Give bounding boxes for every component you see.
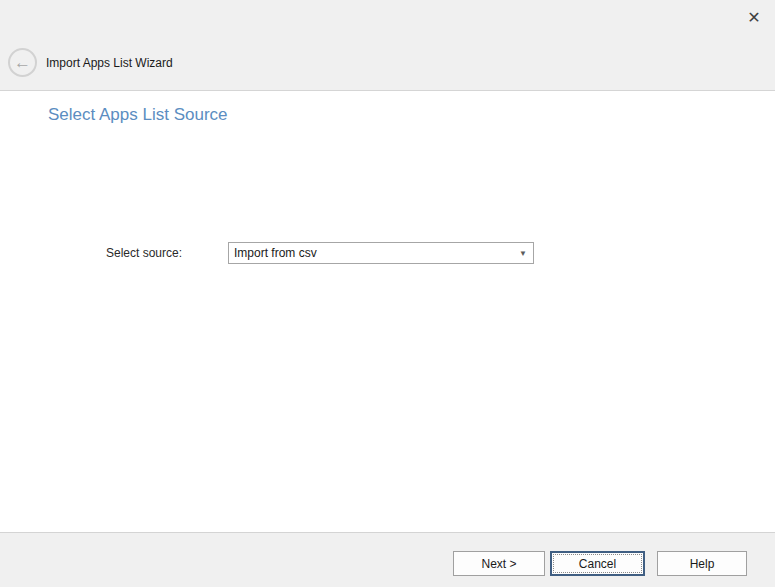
back-arrow-icon: ← [14,54,31,71]
next-button[interactable]: Next > [453,551,545,576]
cancel-button[interactable]: Cancel [550,551,645,576]
source-combobox-value: Import from csv [229,246,515,260]
wizard-content: Select Apps List Source Select source: I… [0,92,775,532]
select-source-label: Select source: [96,246,182,260]
help-button[interactable]: Help [657,551,747,576]
page-title: Select Apps List Source [48,105,228,125]
wizard-footer: Next > Cancel Help [0,532,775,587]
source-combobox[interactable]: Import from csv ▼ [228,242,534,264]
close-icon: ✕ [747,8,760,27]
wizard-title: Import Apps List Wizard [46,55,173,71]
close-button[interactable]: ✕ [743,6,765,28]
back-button[interactable]: ← [8,48,37,77]
wizard-header: ← Import Apps List Wizard ✕ [0,0,775,91]
chevron-down-icon[interactable]: ▼ [515,249,533,258]
